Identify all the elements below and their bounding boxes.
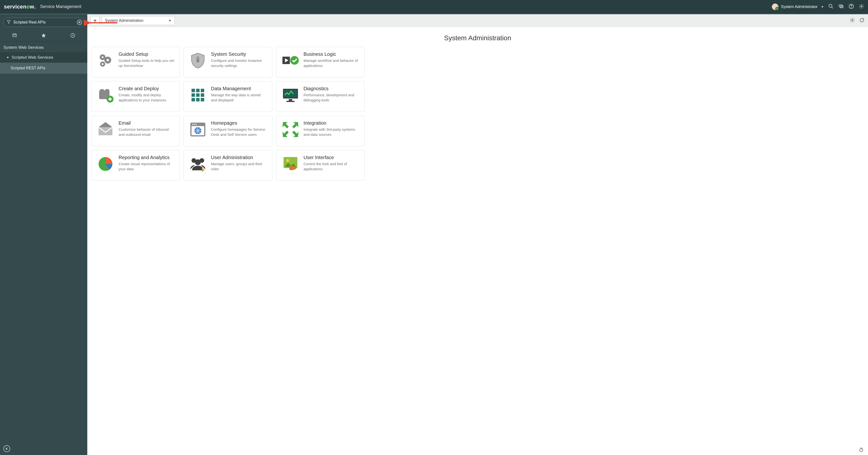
caret-down-icon: ▼ [821, 5, 824, 8]
users-icon [189, 155, 207, 173]
favorites-tab-icon[interactable] [41, 33, 46, 39]
svg-point-21 [107, 59, 109, 61]
filter-icon [6, 20, 11, 25]
card-title: User Interface [304, 155, 360, 160]
refresh-icon[interactable] [859, 18, 865, 24]
card-data-management[interactable]: Data ManagementManage the way data is st… [184, 81, 272, 112]
svg-point-55 [860, 449, 863, 452]
card-title: Business Logic [304, 52, 360, 57]
logo[interactable]: servicenow. [4, 4, 36, 10]
collapse-sidebar-button[interactable] [3, 445, 10, 452]
svg-rect-37 [196, 98, 199, 101]
card-title: Guided Setup [119, 52, 175, 57]
main-content: System Administration ▼ System Administr… [87, 14, 868, 455]
cards-grid: Guided SetupGuided Setup tools to help y… [87, 47, 369, 188]
card-system-security[interactable]: System SecurityConfigure and monitor Ins… [184, 47, 272, 78]
svg-rect-3 [840, 6, 843, 8]
card-desc: Configure homepages for Service Desk and… [211, 127, 267, 137]
svg-rect-35 [201, 93, 204, 97]
card-guided-setup[interactable]: Guided SetupGuided Setup tools to help y… [91, 47, 180, 78]
filter-input[interactable] [13, 20, 74, 25]
caret-down-icon: ▼ [168, 19, 172, 22]
gear-icon[interactable] [859, 4, 864, 10]
search-icon[interactable] [828, 4, 834, 10]
card-title: Diagnostics [304, 86, 360, 91]
shield-icon [189, 52, 207, 70]
picture-icon [281, 155, 300, 173]
card-desc: Customize behavior of inbound and outbou… [119, 127, 175, 137]
header-bar: servicenow. Service Management System Ad… [0, 0, 868, 13]
envelope-icon [96, 120, 115, 139]
help-icon[interactable] [848, 4, 854, 10]
gear-icon[interactable] [849, 18, 855, 24]
user-menu[interactable]: System Administrator ▼ [772, 3, 824, 10]
svg-point-54 [286, 159, 289, 162]
add-content-button[interactable] [91, 16, 99, 25]
arrowsin-icon [281, 120, 300, 139]
clear-filter-button[interactable] [77, 20, 82, 25]
svg-point-25 [290, 56, 299, 65]
all-apps-tab-icon[interactable] [12, 33, 17, 39]
svg-rect-9 [13, 34, 17, 37]
card-desc: Manage users, groups and their roles [211, 161, 267, 172]
grid9-icon [189, 86, 207, 104]
card-desc: Guided Setup tools to help you set up Se… [119, 58, 175, 68]
svg-line-1 [832, 7, 833, 8]
card-desc: Create visual representations of your da… [119, 161, 175, 172]
card-title: System Security [211, 52, 267, 57]
card-title: Email [119, 120, 175, 126]
nav-module-group-label: Scripted Web Services [12, 55, 53, 60]
card-desc: Configure and monitor Instance security … [211, 58, 267, 68]
chat-icon[interactable] [838, 4, 844, 10]
browserglobe-icon [189, 120, 207, 139]
product-subtitle: Service Management [40, 4, 82, 9]
card-email[interactable]: EmailCustomize behavior of inbound and o… [91, 116, 180, 146]
content-toolbar: System Administration ▼ [87, 14, 868, 27]
card-homepages[interactable]: HomepagesConfigure homepages for Service… [184, 116, 272, 146]
card-business-logic[interactable]: Business LogicManage workflow and behavi… [276, 47, 365, 78]
svg-point-0 [829, 4, 832, 7]
response-time-icon[interactable] [859, 447, 864, 453]
svg-rect-30 [191, 89, 195, 92]
nav-module-item[interactable]: Scripted REST APIs [0, 63, 87, 74]
svg-point-47 [196, 124, 197, 125]
card-desc: Performance, development and debugging t… [304, 92, 360, 102]
svg-point-20 [102, 56, 103, 58]
history-tab-icon[interactable] [70, 33, 75, 39]
monitor-icon [281, 86, 300, 104]
svg-rect-33 [191, 93, 195, 97]
card-create-and-deploy[interactable]: Create and DeployCreate, modify and depl… [91, 81, 180, 112]
filter-navigator[interactable] [3, 18, 84, 27]
card-user-interface[interactable]: User InterfaceControl the look and feel … [276, 150, 365, 181]
svg-rect-42 [286, 101, 294, 102]
avatar [772, 3, 778, 10]
svg-rect-34 [196, 93, 199, 97]
card-user-administration[interactable]: User AdministrationManage users, groups … [184, 150, 272, 181]
pie-icon [96, 155, 115, 173]
card-title: Reporting and Analytics [119, 155, 175, 160]
logo-part: n [23, 4, 26, 10]
svg-point-6 [861, 6, 862, 7]
nav-app-title[interactable]: System Web Services [0, 42, 87, 52]
user-name: System Administrator [781, 5, 817, 9]
nav-module-group[interactable]: ▼ Scripted Web Services [0, 52, 87, 63]
svg-rect-36 [191, 98, 195, 101]
svg-point-22 [102, 63, 103, 65]
card-diagnostics[interactable]: DiagnosticsPerformance, development and … [276, 81, 365, 112]
card-integration[interactable]: IntegrationIntegrate with 3rd-party syst… [276, 116, 365, 146]
logo-dot: . [34, 4, 36, 10]
card-title: Create and Deploy [119, 86, 175, 91]
card-desc: Manage the way data is stored and displa… [211, 92, 267, 102]
card-reporting-and-analytics[interactable]: Reporting and AnalyticsCreate visual rep… [91, 150, 180, 181]
svg-point-16 [851, 20, 853, 21]
selector-label: System Administration [105, 19, 143, 23]
card-desc: Integrate with 3rd-party systems and dat… [304, 127, 360, 137]
caret-down-icon: ▼ [6, 56, 9, 59]
gears-icon [96, 52, 115, 70]
svg-rect-31 [196, 89, 199, 92]
card-desc: Manage workflow and behavior of applicat… [304, 58, 360, 68]
card-title: Integration [304, 120, 360, 126]
homepage-selector[interactable]: System Administration ▼ [102, 16, 175, 25]
svg-rect-23 [196, 59, 199, 62]
sidebar-tabs [0, 29, 87, 42]
